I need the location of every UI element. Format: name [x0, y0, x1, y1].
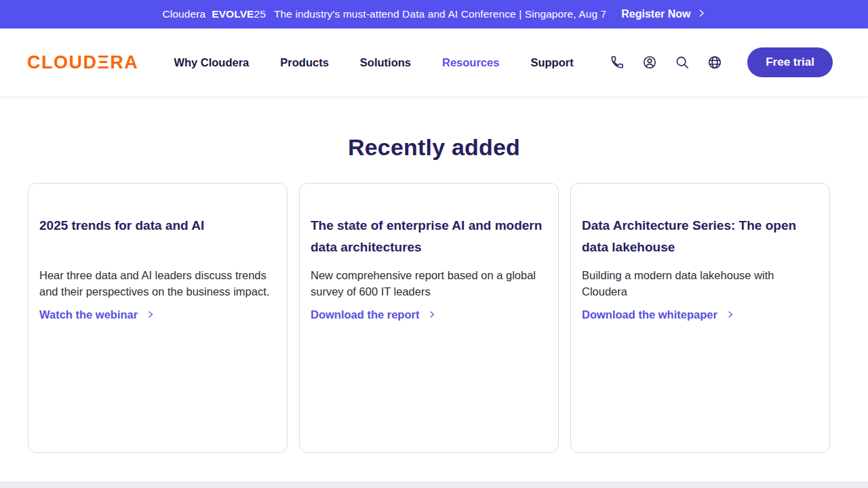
card-link-label: Download the report — [311, 308, 419, 321]
recently-added-cards: 2025 trends for data and AI Hear three d… — [0, 161, 868, 453]
card-link-label: Watch the webinar — [39, 308, 138, 321]
main-nav: Why Cloudera Products Solutions Resource… — [174, 56, 573, 69]
register-now-label: Register Now — [621, 8, 690, 20]
nav-item-products[interactable]: Products — [280, 56, 329, 69]
globe-icon[interactable] — [707, 54, 723, 70]
banner-event-year: 25 — [254, 8, 266, 20]
banner-message: The industry's must-attend Data and AI C… — [274, 8, 606, 20]
nav-item-why-cloudera[interactable]: Why Cloudera — [174, 56, 249, 69]
cloudera-logo[interactable]: CLOUDΞRA — [27, 52, 138, 73]
free-trial-button[interactable]: Free trial — [747, 47, 833, 77]
account-icon[interactable] — [642, 54, 658, 70]
download-report-link[interactable]: Download the report — [311, 308, 436, 321]
resource-card-enterprise-ai[interactable]: The state of enterprise AI and modern da… — [299, 183, 559, 453]
site-header: CLOUDΞRA Why Cloudera Products Solutions… — [0, 28, 868, 96]
header-actions: Free trial — [609, 47, 833, 77]
page-title: Recently added — [0, 134, 868, 161]
main-content: Recently added 2025 trends for data and … — [0, 96, 868, 453]
resource-card-trends[interactable]: 2025 trends for data and AI Hear three d… — [28, 183, 288, 453]
register-now-button[interactable]: Register Now — [621, 8, 705, 20]
card-description: New comprehensive report based on a glob… — [311, 267, 547, 300]
chevron-right-icon — [726, 308, 734, 321]
next-section-edge — [0, 482, 868, 488]
card-title: Data Architecture Series: The open data … — [582, 215, 818, 258]
card-title: The state of enterprise AI and modern da… — [311, 215, 547, 258]
card-title: 2025 trends for data and AI — [39, 215, 276, 258]
banner-brand: Cloudera — [162, 8, 205, 20]
watch-webinar-link[interactable]: Watch the webinar — [39, 308, 155, 321]
phone-icon[interactable] — [609, 54, 625, 70]
chevron-right-icon — [697, 8, 706, 20]
card-description: Building a modern data lakehouse with Cl… — [582, 267, 818, 300]
announcement-banner: Cloudera EVOLVE 25 The industry's must-a… — [0, 0, 868, 28]
download-whitepaper-link[interactable]: Download the whitepaper — [582, 308, 734, 321]
search-icon[interactable] — [674, 54, 690, 70]
nav-item-support[interactable]: Support — [530, 56, 573, 69]
nav-item-resources[interactable]: Resources — [442, 56, 499, 69]
chevron-right-icon — [146, 308, 155, 321]
banner-event-name: EVOLVE — [212, 8, 254, 20]
card-description: Hear three data and AI leaders discuss t… — [39, 267, 276, 300]
resource-card-data-lakehouse[interactable]: Data Architecture Series: The open data … — [570, 183, 830, 453]
nav-item-solutions[interactable]: Solutions — [360, 56, 411, 69]
chevron-right-icon — [428, 308, 436, 321]
card-link-label: Download the whitepaper — [582, 308, 717, 321]
